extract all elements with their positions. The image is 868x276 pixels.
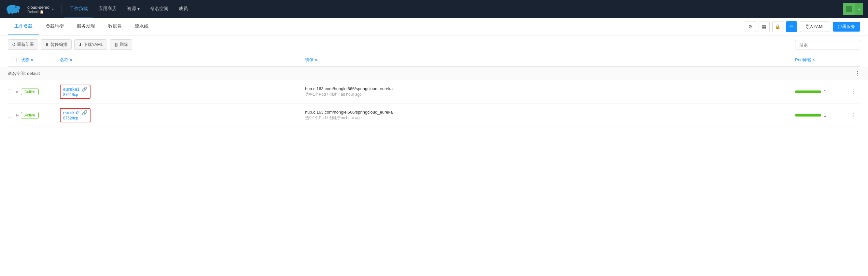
row2-name-highlight: eureka2 🔗 8762/tcp [60,108,91,122]
sub-nav-left: 工作负载 负载均衡 服务发现 数据卷 流水线 [8,18,155,35]
svg-point-2 [7,11,11,14]
project-dropdown-arrow: ▾ [52,7,54,11]
content-area: 工作负载 负载均衡 服务发现 数据卷 流水线 ⚙ ▦ 🔒 [0,18,868,276]
row1-play-button[interactable]: ▶ [14,89,21,95]
namespace-label: 命名空间: default [8,71,40,76]
row1-name-link[interactable]: eureka1 🔗 [63,87,87,92]
name-sort-icon: ⇅ [70,58,72,62]
sub-navigation: 工作负载 负载均衡 服务发现 数据卷 流水线 ⚙ ▦ 🔒 [0,18,868,35]
gear-icon: ⚙ [748,24,752,29]
row2-image-meta: 选中1个Pod / 创建于an hour ago [305,115,795,121]
row1-status-cell: Active [21,89,60,95]
tab-service-discovery[interactable]: 服务发现 [70,18,101,35]
import-yaml-button[interactable]: 导入YAML [800,22,830,32]
row1-port[interactable]: 8761/tcp [63,92,87,97]
namespace-group-row: 命名空间: default ⋮ [0,67,868,80]
table-row: ▶ Active eureka1 🔗 8761/tcp hub.c.163.co… [8,80,860,103]
namespace-menu-icon[interactable]: ⋮ [855,70,860,76]
delete-button[interactable]: 🗑 删除 [110,39,132,50]
header-checkbox[interactable] [12,58,17,62]
nav-item-members[interactable]: 成员 [174,0,193,18]
toolbar: ↺ 重新部署 ⏸ 暂停编排 ⬇ 下载YAML 🗑 删除 [0,35,868,54]
row1-menu-button[interactable]: ⋮ [847,89,860,95]
row1-pod-count: 1 [824,89,826,94]
nav-right: ▾ [843,3,863,15]
svg-point-5 [17,9,19,13]
nav-menu: 工作负载 应用商店 资源 ▾ 命名空间 成员 [64,0,843,18]
user-icon-button[interactable]: ▾ [843,3,863,15]
row1-pod-bar [795,90,821,93]
table-container: 状态 ⇅ 名称 ⇅ 镜像 ⇅ Pod伸缩 ⇅ 命名空间: default ⋮ [0,54,868,135]
pod-sort-icon: ⇅ [812,58,815,62]
header-pod-scale[interactable]: Pod伸缩 ⇅ [795,57,847,63]
row1-status-badge: Active [21,89,39,95]
user-dropdown-arrow: ▾ [855,3,863,15]
row1-image-cell: hub.c.163.com/honglei666/springcloud_eur… [305,86,795,97]
row2-name-link[interactable]: eureka2 🔗 [63,110,87,115]
svg-point-4 [14,11,17,13]
rancher-logo [5,3,22,15]
row2-pod-cell: 1 [795,113,847,118]
lock-icon-button[interactable]: 🔒 [772,21,783,32]
row1-name-cell: eureka1 🔗 8761/tcp [60,85,305,99]
row1-pod-cell: 1 [795,89,847,94]
header-image[interactable]: 镜像 ⇅ [305,57,795,63]
row1-network-icon: 🔗 [82,87,87,92]
nav-item-appstore[interactable]: 应用商店 [93,0,122,18]
user-avatar [843,3,855,15]
row1-name-highlight: eureka1 🔗 8761/tcp [60,85,91,99]
svg-point-6 [14,6,17,8]
row2-port[interactable]: 8762/tcp [63,116,87,120]
logo-area [5,3,22,15]
row2-status-badge: Active [21,112,39,119]
sub-nav-right: ⚙ ▦ 🔒 ☰ 导入YAML 部署服务 [745,21,860,32]
nav-divider [62,5,62,14]
row1-image-name: hub.c.163.com/honglei666/springcloud_eur… [305,86,795,91]
search-input[interactable] [795,40,860,50]
row2-image-name: hub.c.163.com/honglei666/springcloud_eur… [305,110,795,115]
table-row: ▶ Active eureka2 🔗 8762/tcp hub.c.163.co… [8,103,860,127]
row2-network-icon: 🔗 [82,110,87,115]
trash-icon: 🗑 [114,42,118,47]
header-checkbox-cell [8,58,21,62]
project-selector[interactable]: cloud-demo Default 📋 ▾ [25,4,56,15]
row2-pod-bar [795,114,821,117]
row1-checkbox[interactable] [8,90,12,94]
tab-workload[interactable]: 工作负载 [8,18,39,35]
nav-item-workload[interactable]: 工作负载 [64,0,93,18]
image-sort-icon: ⇅ [315,58,317,62]
table-header: 状态 ⇅ 名称 ⇅ 镜像 ⇅ Pod伸缩 ⇅ [8,54,860,67]
row2-image-cell: hub.c.163.com/honglei666/springcloud_eur… [305,110,795,121]
row2-name-cell: eureka2 🔗 8762/tcp [60,108,305,122]
redeploy-button[interactable]: ↺ 重新部署 [8,39,38,50]
project-name: cloud-demo [27,5,50,10]
download-icon: ⬇ [79,42,82,47]
row2-check-area: ▶ [8,112,21,119]
status-sort-icon: ⇅ [31,58,33,62]
nav-item-namespace[interactable]: 命名空间 [145,0,174,18]
gear-icon-button[interactable]: ⚙ [745,21,756,32]
tab-load-balancer[interactable]: 负载均衡 [39,18,70,35]
header-status[interactable]: 状态 ⇅ [21,57,60,63]
tab-pipeline[interactable]: 流水线 [128,18,155,35]
header-name[interactable]: 名称 ⇅ [60,57,305,63]
nav-item-resources[interactable]: 资源 ▾ [122,0,145,18]
resources-dropdown-icon: ▾ [137,6,140,11]
pause-button[interactable]: ⏸ 暂停编排 [41,39,72,50]
row2-status-cell: Active [21,112,60,119]
row2-checkbox[interactable] [8,113,12,118]
redeploy-icon: ↺ [12,42,16,47]
tab-volumes[interactable]: 数据卷 [101,18,128,35]
download-yaml-button[interactable]: ⬇ 下载YAML [74,39,107,50]
list-icon: ☰ [789,24,794,29]
row2-menu-button[interactable]: ⋮ [847,112,860,118]
row2-pod-count: 1 [824,113,826,118]
deploy-service-button[interactable]: 部署服务 [833,22,860,32]
project-sub: Default 📋 [27,10,50,14]
stack-icon-button[interactable]: ▦ [758,21,770,32]
row2-play-button[interactable]: ▶ [14,112,21,119]
list-icon-button[interactable]: ☰ [786,21,797,32]
row1-check-area: ▶ [8,89,21,95]
stack-icon: ▦ [762,24,766,29]
top-navigation: cloud-demo Default 📋 ▾ 工作负载 应用商店 资源 ▾ 命名… [0,0,868,18]
